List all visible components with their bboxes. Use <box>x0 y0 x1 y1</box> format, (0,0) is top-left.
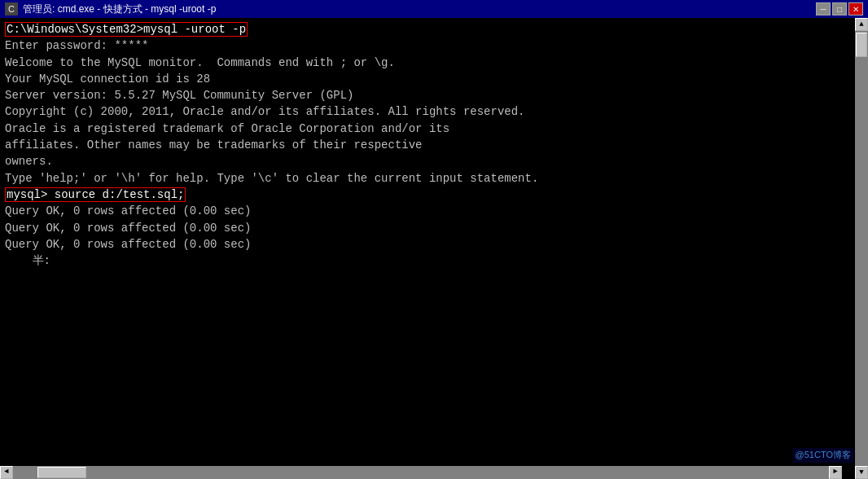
horizontal-scrollbar[interactable]: ◄ ► <box>0 466 842 479</box>
close-button[interactable]: ✕ <box>848 2 863 15</box>
terminal-line-version: Server version: 5.5.27 MySQL Community S… <box>5 87 850 103</box>
terminal-line-prompt: 半: <box>5 253 850 269</box>
terminal-line-oracle1: Oracle is a registered trademark of Orac… <box>5 121 850 137</box>
minimize-button[interactable]: ─ <box>816 2 831 15</box>
title-bar: C 管理员: cmd.exe - 快捷方式 - mysql -uroot -p … <box>0 0 868 18</box>
terminal-line-query2: Query OK, 0 rows affected (0.00 sec) <box>5 220 850 236</box>
window-controls[interactable]: ─ □ ✕ <box>816 2 863 15</box>
watermark: @51CTO博客 <box>793 448 853 463</box>
terminal-line-cmd-line: C:\Windows\System32>mysql -uroot -p <box>5 21 850 37</box>
maximize-button[interactable]: □ <box>832 2 847 15</box>
terminal-line-copyright: Copyright (c) 2000, 2011, Oracle and/or … <box>5 103 850 120</box>
scroll-right-button[interactable]: ► <box>829 466 842 479</box>
terminal-wrapper: C:\Windows\System32>mysql -uroot -pEnter… <box>0 18 868 479</box>
vscroll-track[interactable] <box>855 31 868 466</box>
scroll-up-button[interactable]: ▲ <box>855 18 868 31</box>
terminal-line-password: Enter password: ***** <box>5 37 850 54</box>
terminal-line-oracle3: owners. <box>5 153 850 169</box>
window-icon: C <box>5 2 18 15</box>
scroll-left-button[interactable]: ◄ <box>0 466 13 479</box>
terminal-line-welcome: Welcome to the MySQL monitor. Commands e… <box>5 55 850 71</box>
vscroll-thumb[interactable] <box>856 33 867 57</box>
scroll-down-button[interactable]: ▼ <box>855 466 868 479</box>
terminal-line-query1: Query OK, 0 rows affected (0.00 sec) <box>5 203 850 219</box>
terminal-line-query3: Query OK, 0 rows affected (0.00 sec) <box>5 236 850 253</box>
vertical-scrollbar[interactable]: ▲ ▼ <box>855 18 868 479</box>
terminal-content[interactable]: C:\Windows\System32>mysql -uroot -pEnter… <box>0 18 855 479</box>
terminal-line-source-line: mysql> source d:/test.sql; <box>5 187 850 203</box>
terminal-line-oracle2: affiliates. Other names may be trademark… <box>5 137 850 153</box>
terminal-output: C:\Windows\System32>mysql -uroot -pEnter… <box>5 21 850 269</box>
terminal-line-help: Type 'help;' or '\h' for help. Type '\c'… <box>5 170 850 187</box>
hscroll-thumb[interactable] <box>37 467 86 478</box>
hscroll-track[interactable] <box>13 466 829 479</box>
window-title: 管理员: cmd.exe - 快捷方式 - mysql -uroot -p <box>23 2 816 16</box>
terminal-line-connid: Your MySQL connection id is 28 <box>5 71 850 87</box>
